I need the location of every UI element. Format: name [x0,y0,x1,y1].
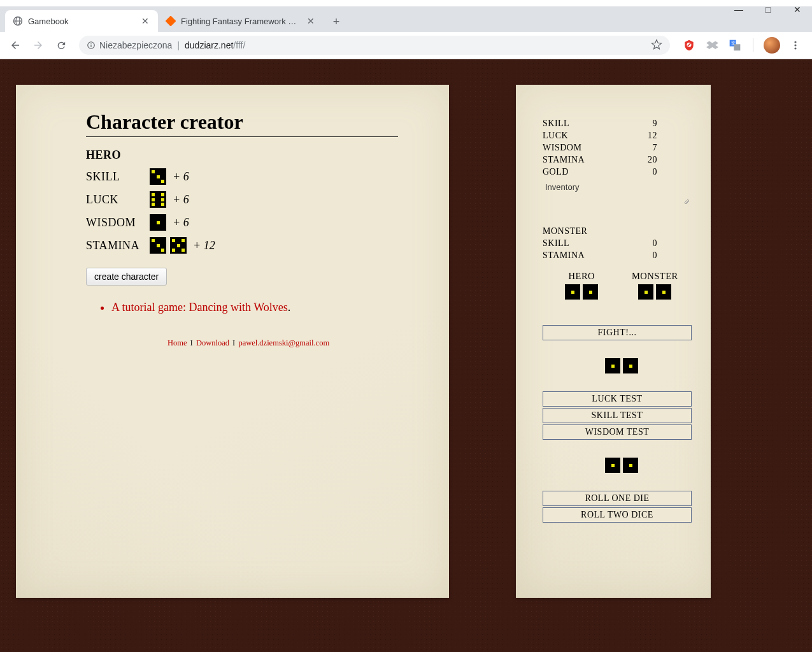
forward-button[interactable] [28,35,48,55]
svg-text:文: 文 [731,41,736,45]
stat-modifier: + 6 [173,170,189,184]
profile-avatar[interactable] [764,37,780,54]
die-icon [623,458,638,473]
die-icon [605,458,620,473]
die-icon [583,284,598,300]
security-indicator: Niezabezpieczona [87,40,172,50]
stat-label: WISDOM [86,216,146,229]
side-wisdom: WISDOM7 [543,143,657,153]
footer-email-link[interactable]: pawel.dziemski@gmail.com [238,338,329,347]
create-character-button[interactable]: create character [86,268,167,286]
stat-skill-row: SKILL + 6 [86,168,411,185]
stat-label: LUCK [86,193,146,206]
footer-links: Home I Download I pawel.dziemski@gmail.c… [86,338,411,348]
monster-section-label: MONSTER [543,226,701,236]
tab-fff[interactable]: Fighting Fantasy Framework dow ✕ [158,10,324,32]
tab-gamebook[interactable]: Gamebook ✕ [5,10,158,32]
roll-one-die-button[interactable]: ROLL ONE DIE [543,491,692,506]
window-close-button[interactable]: ✕ [783,4,812,15]
inventory-textarea[interactable] [543,192,692,205]
die-icon [565,284,580,300]
svg-point-13 [794,44,796,46]
combat-monster-label: MONSTER [632,271,678,282]
stat-luck-row: LUCK + 6 [86,191,411,208]
hero-label: HERO [86,149,411,162]
info-icon [87,41,96,50]
wisdom-test-button[interactable]: WISDOM TEST [543,424,692,440]
die-icon [150,237,166,254]
svg-rect-6 [90,43,91,44]
stat-label: STAMINA [86,239,146,252]
svg-point-14 [794,47,796,49]
die-icon [170,237,187,254]
close-icon[interactable]: ✕ [140,16,150,26]
die-icon [656,284,671,300]
roll-two-dice-button[interactable]: ROLL TWO DICE [543,507,692,523]
tutorial-link[interactable]: A tutorial game: Dancing with Wolves. [111,301,411,314]
side-luck: LUCK12 [543,131,657,141]
new-tab-button[interactable]: + [327,13,345,31]
close-icon[interactable]: ✕ [306,16,316,26]
sourceforge-icon [166,16,176,26]
adblock-icon[interactable] [681,38,697,53]
tab-title: Gamebook [28,17,135,26]
stat-label: SKILL [86,170,146,184]
stat-modifier: + 6 [173,216,189,229]
die-icon [605,358,620,373]
die-icon [623,358,638,373]
character-creator-panel: Character creator HERO SKILL + 6 LUCK + … [16,85,449,598]
tab-strip: Gamebook ✕ Fighting Fantasy Framework do… [0,6,812,32]
menu-icon[interactable] [788,38,803,53]
combat-dice-row: HERO MONSTER [548,271,695,300]
back-button[interactable] [5,35,25,55]
stat-modifier: + 6 [173,193,189,206]
combat-hero-label: HERO [565,271,598,282]
footer-home-link[interactable]: Home [167,338,187,347]
footer-download-link[interactable]: Download [196,338,229,347]
side-skill: SKILL9 [543,119,657,129]
svg-rect-5 [90,45,91,47]
tab-title: Fighting Fantasy Framework dow [181,17,301,26]
star-icon[interactable] [651,39,662,52]
die-icon [150,168,166,185]
page-title: Character creator [86,110,398,137]
monster-skill: SKILL0 [543,238,657,249]
svg-rect-3 [166,16,176,26]
browser-toolbar: Niezabezpieczona | dudziarz.net/fff/ 文 [0,32,812,59]
inventory-label: Inventory [545,182,701,192]
die-icon [150,214,166,231]
translate-icon[interactable]: 文 [727,38,743,53]
stat-wisdom-row: WISDOM + 6 [86,214,411,231]
die-icon [150,191,166,208]
die-icon [638,284,653,300]
security-label: Niezabezpieczona [99,40,172,50]
roll-dice [543,458,701,473]
test-dice [543,358,701,373]
side-gold: GOLD0 [543,167,657,177]
window-maximize-button[interactable]: □ [753,4,783,15]
side-stamina: STAMINA20 [543,155,657,165]
stat-stamina-row: STAMINA + 12 [86,237,411,254]
stat-modifier: + 12 [193,239,215,252]
window-minimize-button[interactable]: — [724,4,753,15]
monster-stamina: STAMINA0 [543,250,657,261]
reload-button[interactable] [51,35,71,55]
address-bar[interactable]: Niezabezpieczona | dudziarz.net/fff/ [79,36,670,55]
svg-point-12 [794,41,796,43]
dropbox-icon[interactable] [704,38,720,53]
page-viewport: Character creator HERO SKILL + 6 LUCK + … [0,59,812,652]
url-text: dudziarz.net/fff/ [185,40,245,50]
fight-button[interactable]: FIGHT!... [543,325,692,340]
skill-test-button[interactable]: SKILL TEST [543,408,692,423]
stats-panel: SKILL9 LUCK12 WISDOM7 STAMINA20 GOLD0 In… [516,85,711,598]
globe-icon [13,16,23,26]
luck-test-button[interactable]: LUCK TEST [543,391,692,407]
